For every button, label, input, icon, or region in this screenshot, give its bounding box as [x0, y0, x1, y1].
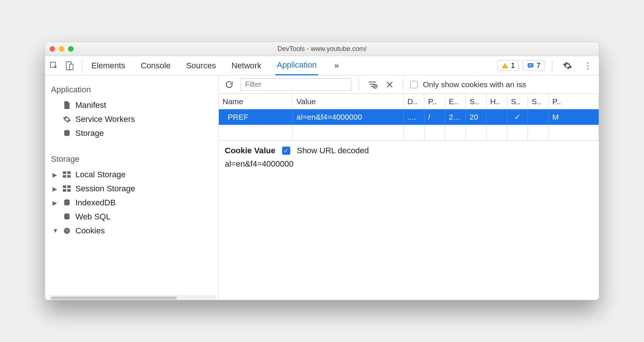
url-decoded-label: Show URL decoded — [297, 146, 369, 155]
panel-body: Application Manifest Service Workers Sto… — [45, 75, 599, 300]
tab-elements[interactable]: Elements — [90, 57, 127, 75]
messages-count: 7 — [536, 61, 540, 70]
svg-rect-11 — [63, 175, 66, 178]
url-decoded-checkbox[interactable]: ✓ — [282, 147, 290, 155]
database-icon — [62, 198, 72, 208]
sidebar-item-cookies[interactable]: ▼ Cookies — [50, 224, 216, 238]
device-toggle-icon[interactable] — [64, 61, 75, 71]
table-row-empty — [219, 125, 599, 140]
cookie-detail-header: Cookie Value ✓ Show URL decoded — [225, 146, 593, 155]
sidebar-item-manifest[interactable]: Manifest — [50, 98, 216, 112]
panel-tabs: Elements Console Sources Network Applica… — [90, 56, 492, 75]
col-value[interactable]: Value — [293, 94, 404, 109]
col-expires[interactable]: E.. — [445, 94, 466, 109]
svg-point-21 — [67, 230, 68, 231]
col-name[interactable]: Name — [219, 94, 293, 109]
delete-button[interactable] — [384, 81, 395, 89]
only-issues-checkbox[interactable] — [410, 81, 418, 88]
grid-icon — [62, 184, 72, 194]
svg-rect-15 — [63, 189, 66, 192]
col-path[interactable]: P.. — [424, 94, 445, 109]
table-row[interactable]: PREF al=en&f4=4000000 .... / 2… 20 ✓ M — [219, 109, 599, 125]
svg-rect-7 — [529, 65, 531, 66]
col-samesite[interactable]: S.. — [528, 94, 549, 109]
sidebar-item-indexeddb[interactable]: ▶ IndexedDB — [50, 196, 216, 210]
cell-path: / — [424, 109, 445, 125]
refresh-button[interactable] — [223, 80, 235, 89]
sidebar-item-label: Storage — [75, 129, 104, 138]
tabs-overflow-button[interactable]: » — [331, 61, 342, 71]
message-icon — [527, 62, 534, 69]
messages-badge[interactable]: 7 — [523, 60, 545, 71]
collapse-icon[interactable]: ▼ — [52, 228, 58, 234]
col-size[interactable]: S.. — [466, 94, 487, 109]
sidebar-item-service-workers[interactable]: Service Workers — [50, 112, 216, 126]
svg-rect-2 — [70, 64, 73, 69]
tab-network[interactable]: Network — [230, 57, 263, 75]
sidebar-item-label: Web SQL — [75, 212, 111, 222]
svg-rect-14 — [67, 185, 71, 188]
cookie-value-heading: Cookie Value — [225, 146, 275, 155]
sidebar-item-storage[interactable]: Storage — [50, 126, 216, 140]
sidebar-item-websql[interactable]: Web SQL — [50, 210, 216, 224]
svg-rect-12 — [67, 175, 71, 178]
settings-button[interactable] — [560, 61, 575, 71]
sidebar-item-local-storage[interactable]: ▶ Local Storage — [50, 168, 216, 182]
cell-samesite — [528, 109, 549, 125]
only-issues-label: Only show cookies with an iss — [423, 80, 526, 89]
clear-all-button[interactable] — [366, 81, 379, 89]
warnings-count: 1 — [511, 61, 515, 70]
application-sidebar: Application Manifest Service Workers Sto… — [45, 75, 219, 300]
svg-point-22 — [66, 231, 67, 232]
svg-rect-5 — [528, 63, 533, 67]
cookie-icon — [62, 226, 72, 236]
cell-name: PREF — [219, 109, 293, 125]
sidebar-section-application: Application — [50, 81, 216, 98]
expand-icon[interactable]: ▶ — [52, 185, 58, 192]
sidebar-item-label: Local Storage — [75, 170, 126, 179]
cell-expires: 2… — [445, 109, 466, 125]
cell-secure: ✓ — [507, 109, 528, 125]
gear-icon — [62, 114, 72, 124]
filter-input[interactable] — [240, 78, 351, 91]
col-httponly[interactable]: H.. — [487, 94, 507, 109]
col-domain[interactable]: D.. — [404, 94, 424, 109]
svg-rect-3 — [505, 65, 505, 66]
sidebar-item-label: Session Storage — [75, 184, 135, 194]
sidebar-scrollbar[interactable] — [50, 295, 216, 300]
main-toolbar: Elements Console Sources Network Applica… — [45, 56, 599, 75]
expand-icon[interactable]: ▶ — [52, 171, 58, 178]
main-content: Only show cookies with an iss Name Value… — [219, 75, 599, 300]
grid-icon — [62, 170, 72, 179]
sidebar-item-label: Service Workers — [75, 114, 135, 124]
toolbar-divider — [359, 79, 359, 90]
col-priority[interactable]: P.. — [549, 94, 599, 109]
tab-application[interactable]: Application — [275, 56, 318, 75]
cell-value: al=en&f4=4000000 — [293, 109, 404, 125]
more-menu-button[interactable]: ⋮ — [580, 61, 595, 71]
inspect-element-icon[interactable] — [49, 61, 59, 71]
svg-rect-16 — [67, 189, 71, 192]
tab-console[interactable]: Console — [139, 57, 172, 75]
file-icon — [62, 100, 72, 110]
sidebar-item-label: Cookies — [75, 226, 105, 236]
issue-badges: 1 7 — [497, 60, 545, 71]
col-secure[interactable]: S.. — [507, 94, 528, 109]
svg-rect-10 — [67, 171, 71, 174]
cell-size: 20 — [466, 109, 487, 125]
toolbar-divider — [403, 79, 403, 90]
sidebar-item-session-storage[interactable]: ▶ Session Storage — [50, 182, 216, 196]
cookie-detail: Cookie Value ✓ Show URL decoded al=en&f4… — [219, 141, 599, 174]
cell-priority: M — [549, 109, 599, 125]
titlebar: DevTools - www.youtube.com/ — [45, 42, 599, 56]
warnings-badge[interactable]: 1 — [497, 60, 519, 71]
database-icon — [62, 212, 72, 222]
scrollbar-thumb[interactable] — [51, 297, 177, 300]
warning-icon — [501, 62, 509, 69]
tab-sources[interactable]: Sources — [184, 57, 217, 75]
expand-icon[interactable]: ▶ — [52, 199, 58, 206]
sidebar-item-label: IndexedDB — [75, 198, 116, 208]
cookies-table: Name Value D.. P.. E.. S.. H.. S.. S.. P… — [219, 94, 599, 141]
cell-domain: .... — [404, 109, 424, 125]
cell-httponly — [487, 109, 507, 125]
